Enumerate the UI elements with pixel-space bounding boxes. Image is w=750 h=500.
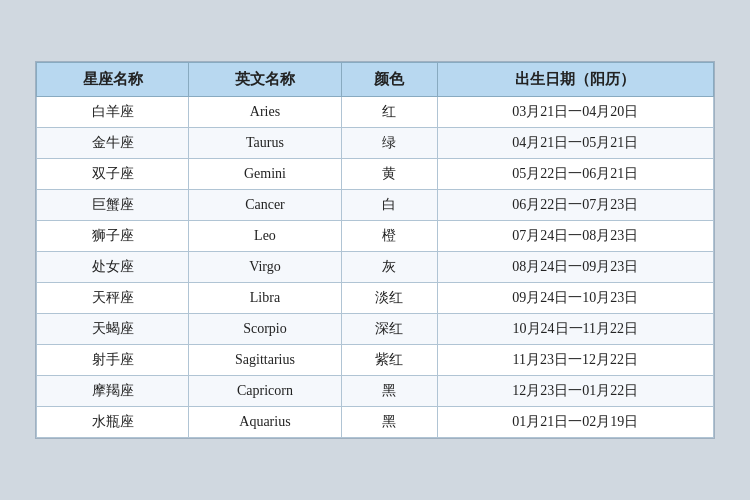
cell-dates: 11月23日一12月22日 bbox=[437, 345, 713, 376]
cell-chinese: 处女座 bbox=[37, 252, 189, 283]
cell-english: Scorpio bbox=[189, 314, 341, 345]
cell-dates: 09月24日一10月23日 bbox=[437, 283, 713, 314]
cell-english: Cancer bbox=[189, 190, 341, 221]
cell-english: Gemini bbox=[189, 159, 341, 190]
table-body: 白羊座Aries红03月21日一04月20日金牛座Taurus绿04月21日一0… bbox=[37, 97, 714, 438]
cell-dates: 04月21日一05月21日 bbox=[437, 128, 713, 159]
cell-chinese: 水瓶座 bbox=[37, 407, 189, 438]
table-row: 水瓶座Aquarius黑01月21日一02月19日 bbox=[37, 407, 714, 438]
cell-color: 橙 bbox=[341, 221, 437, 252]
cell-dates: 12月23日一01月22日 bbox=[437, 376, 713, 407]
cell-color: 紫红 bbox=[341, 345, 437, 376]
col-header-chinese: 星座名称 bbox=[37, 63, 189, 97]
col-header-dates: 出生日期（阳历） bbox=[437, 63, 713, 97]
cell-chinese: 金牛座 bbox=[37, 128, 189, 159]
table-row: 巨蟹座Cancer白06月22日一07月23日 bbox=[37, 190, 714, 221]
table-row: 摩羯座Capricorn黑12月23日一01月22日 bbox=[37, 376, 714, 407]
cell-dates: 10月24日一11月22日 bbox=[437, 314, 713, 345]
cell-chinese: 射手座 bbox=[37, 345, 189, 376]
cell-color: 灰 bbox=[341, 252, 437, 283]
cell-english: Aries bbox=[189, 97, 341, 128]
table-row: 双子座Gemini黄05月22日一06月21日 bbox=[37, 159, 714, 190]
table-header-row: 星座名称 英文名称 颜色 出生日期（阳历） bbox=[37, 63, 714, 97]
table-row: 金牛座Taurus绿04月21日一05月21日 bbox=[37, 128, 714, 159]
cell-english: Leo bbox=[189, 221, 341, 252]
cell-english: Virgo bbox=[189, 252, 341, 283]
cell-color: 深红 bbox=[341, 314, 437, 345]
cell-color: 黑 bbox=[341, 407, 437, 438]
cell-dates: 03月21日一04月20日 bbox=[437, 97, 713, 128]
cell-chinese: 双子座 bbox=[37, 159, 189, 190]
cell-color: 红 bbox=[341, 97, 437, 128]
cell-dates: 08月24日一09月23日 bbox=[437, 252, 713, 283]
table-row: 处女座Virgo灰08月24日一09月23日 bbox=[37, 252, 714, 283]
table-row: 狮子座Leo橙07月24日一08月23日 bbox=[37, 221, 714, 252]
col-header-color: 颜色 bbox=[341, 63, 437, 97]
cell-english: Aquarius bbox=[189, 407, 341, 438]
cell-color: 淡红 bbox=[341, 283, 437, 314]
table-row: 白羊座Aries红03月21日一04月20日 bbox=[37, 97, 714, 128]
cell-dates: 06月22日一07月23日 bbox=[437, 190, 713, 221]
table-row: 射手座Sagittarius紫红11月23日一12月22日 bbox=[37, 345, 714, 376]
zodiac-table: 星座名称 英文名称 颜色 出生日期（阳历） 白羊座Aries红03月21日一04… bbox=[36, 62, 714, 438]
cell-chinese: 白羊座 bbox=[37, 97, 189, 128]
cell-color: 黑 bbox=[341, 376, 437, 407]
cell-chinese: 摩羯座 bbox=[37, 376, 189, 407]
cell-english: Taurus bbox=[189, 128, 341, 159]
cell-chinese: 天蝎座 bbox=[37, 314, 189, 345]
cell-color: 黄 bbox=[341, 159, 437, 190]
table-row: 天秤座Libra淡红09月24日一10月23日 bbox=[37, 283, 714, 314]
cell-english: Libra bbox=[189, 283, 341, 314]
cell-chinese: 巨蟹座 bbox=[37, 190, 189, 221]
table-row: 天蝎座Scorpio深红10月24日一11月22日 bbox=[37, 314, 714, 345]
cell-english: Sagittarius bbox=[189, 345, 341, 376]
cell-dates: 07月24日一08月23日 bbox=[437, 221, 713, 252]
cell-dates: 01月21日一02月19日 bbox=[437, 407, 713, 438]
cell-color: 白 bbox=[341, 190, 437, 221]
cell-chinese: 狮子座 bbox=[37, 221, 189, 252]
cell-dates: 05月22日一06月21日 bbox=[437, 159, 713, 190]
zodiac-table-container: 星座名称 英文名称 颜色 出生日期（阳历） 白羊座Aries红03月21日一04… bbox=[35, 61, 715, 439]
cell-english: Capricorn bbox=[189, 376, 341, 407]
col-header-english: 英文名称 bbox=[189, 63, 341, 97]
cell-color: 绿 bbox=[341, 128, 437, 159]
cell-chinese: 天秤座 bbox=[37, 283, 189, 314]
